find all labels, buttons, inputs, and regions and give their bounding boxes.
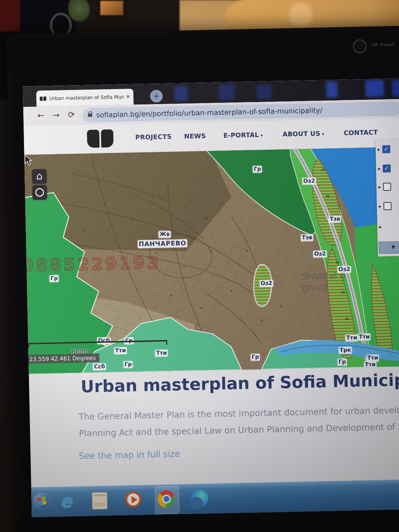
expand-arrow-icon[interactable]: ▸ <box>379 203 381 209</box>
layer-checkbox[interactable]: ✓ <box>382 145 390 153</box>
map-zone-label: Тти <box>358 333 371 340</box>
map-coordinates-badge: 23.559 42.461 Degrees <box>26 353 99 364</box>
layer-row: ▸ <box>379 202 391 210</box>
reload-icon[interactable]: ⟳ <box>68 110 75 119</box>
map-viewport[interactable]: ГрОз2ТзвТзвОз2ЖвПАНЧАРЕВООз2Оз2ГрОсбГрТт… <box>24 147 399 374</box>
layer-checkbox[interactable] <box>383 183 391 191</box>
map-zone-label: Ссб <box>93 363 106 370</box>
laptop: HP TrueVi Urban masterplan of Sofia Muni… <box>6 25 399 532</box>
expand-arrow-icon[interactable]: ▸ <box>378 184 381 190</box>
background-object <box>0 0 20 32</box>
map-zone-label: Гр <box>337 358 347 365</box>
layer-row: ▸✓ <box>378 145 390 154</box>
map-layers-panel: ▸✓▸✓▸▸▸ <box>375 139 399 257</box>
windows-taskbar: e <box>31 479 399 517</box>
map-zone-label: Тти <box>155 349 168 356</box>
nav-item-e-portal[interactable]: E-PORTAL▾ <box>223 131 263 139</box>
map-zone-label: Трк <box>338 347 352 354</box>
chrome-icon[interactable] <box>158 490 175 509</box>
map-zone-label: Гр <box>250 354 260 361</box>
tab-title: Urban masterplan of Sofia Munic <box>49 94 124 101</box>
map-zone-label: Гр <box>253 166 262 173</box>
map-zone-label: Тти <box>364 361 377 368</box>
nav-item-about-us[interactable]: ABOUT US▾ <box>283 130 325 138</box>
map-zone-label: Оз2 <box>302 178 316 185</box>
forward-icon[interactable]: → <box>53 110 60 120</box>
site-favicon <box>40 96 46 101</box>
place-watermark: Shtar el o gn cd <box>302 270 346 293</box>
page-title: Urban masterplan of Sofia Municipality <box>80 369 399 396</box>
map-zone-label: Тзв <box>301 234 313 241</box>
laptop-screen: Urban masterplan of Sofia Munic ✕ + ← → … <box>23 78 399 517</box>
page-paragraph: The General Master Plan is the most impo… <box>78 400 399 442</box>
sofiaplan-logo[interactable] <box>87 129 113 148</box>
reflection <box>392 80 399 97</box>
chevron-down-icon: ▾ <box>322 132 324 137</box>
back-icon[interactable]: ← <box>37 110 45 120</box>
layer-row: ▸✓ <box>378 165 391 173</box>
full-size-map-link[interactable]: See the map in full size <box>79 449 180 461</box>
map-zone-label: Тти <box>114 347 127 354</box>
layer-row: ▸ <box>378 183 391 191</box>
nav-item-news[interactable]: NEWS <box>184 132 206 140</box>
picture <box>100 1 123 15</box>
chevron-down-icon: ▾ <box>261 133 263 138</box>
tab-close-icon[interactable]: ✕ <box>126 94 130 100</box>
nav-item-projects[interactable]: PROJECTS <box>135 133 172 141</box>
new-tab-button[interactable]: + <box>150 90 163 103</box>
map-home-button[interactable]: ⌂ <box>32 169 47 184</box>
internet-explorer-icon[interactable]: e <box>60 491 77 510</box>
mouse-cursor <box>24 155 33 166</box>
reflection <box>326 81 337 98</box>
map-zone-label: Тти <box>345 334 358 341</box>
reflection <box>174 85 188 101</box>
layer-dropdown[interactable]: ▼ <box>379 241 399 254</box>
edge-icon[interactable] <box>191 489 208 508</box>
windows-flag-icon <box>37 496 47 506</box>
plant <box>68 0 90 21</box>
media-player-icon[interactable] <box>125 491 143 510</box>
map-zone-label: Оз2 <box>259 280 273 287</box>
reflection <box>257 84 272 99</box>
expand-arrow-icon[interactable]: ▸ <box>378 166 381 172</box>
webcam <box>353 39 367 54</box>
layer-row: ▸ <box>379 224 382 230</box>
photo-of-laptop: HP TrueVi Urban masterplan of Sofia Muni… <box>0 0 399 532</box>
reflection <box>218 84 235 100</box>
phone-watermark: 0885229193 <box>24 253 161 275</box>
map-zone-label: Оз2 <box>313 250 327 257</box>
nav-item-contact[interactable]: CONTACT <box>344 128 378 136</box>
expand-arrow-icon[interactable]: ▸ <box>378 146 380 152</box>
expand-arrow-icon[interactable]: ▸ <box>379 224 382 230</box>
webcam-brand-label: HP TrueVi <box>371 42 395 47</box>
map-locate-button[interactable] <box>32 185 47 200</box>
lock-icon <box>88 113 92 117</box>
map-zone-label: Тзв <box>329 215 341 222</box>
map-zone-label: Тти <box>366 354 379 361</box>
program-window-icon[interactable] <box>92 492 109 511</box>
picture-frame <box>97 0 126 18</box>
reflection <box>365 79 384 97</box>
map-zone-label: Гр <box>123 361 133 368</box>
browser-tab[interactable]: Urban masterplan of Sofia Munic ✕ <box>36 89 134 107</box>
layer-checkbox[interactable]: ✓ <box>382 165 390 173</box>
map-zone-label: Жв <box>158 231 171 238</box>
layer-checkbox[interactable] <box>383 202 391 210</box>
windows-start-button[interactable] <box>33 492 50 509</box>
url-text: sofiaplan.bg/en/portfolio/urban-masterpl… <box>96 106 323 119</box>
map-zone-label: Гр <box>49 275 59 282</box>
map-zone-label: ПАНЧАРЕВО <box>138 239 188 248</box>
